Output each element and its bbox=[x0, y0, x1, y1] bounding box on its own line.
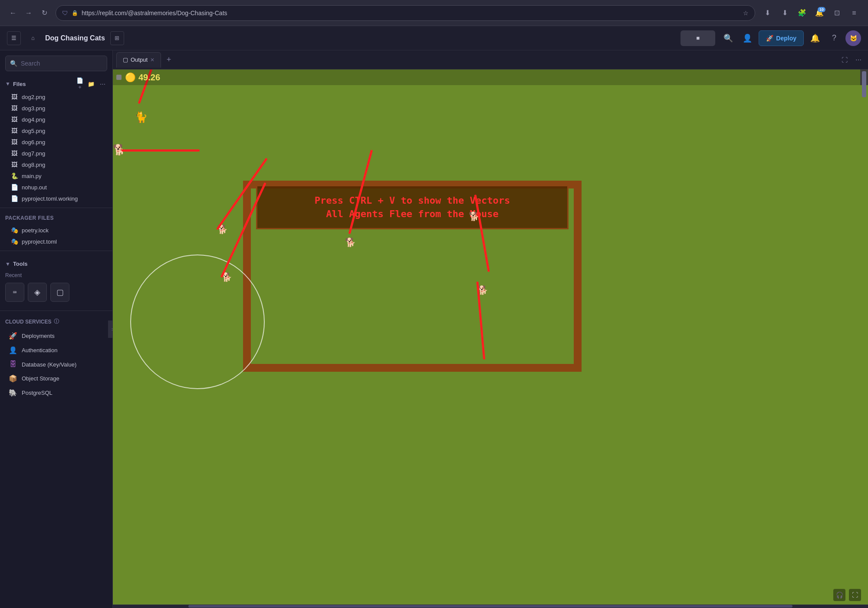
file-name: poetry.lock bbox=[22, 227, 105, 234]
list-item[interactable]: 🖼 dog4.png bbox=[2, 114, 111, 125]
recent-label: Recent bbox=[0, 270, 112, 281]
menu-button[interactable]: ≡ bbox=[847, 6, 861, 20]
app-header: ☰ ⌂ Dog Chasing Cats ⊞ ■ 🔍 👤 🚀 Deploy 🔔 … bbox=[0, 26, 868, 50]
tab-add-button[interactable]: + bbox=[163, 54, 175, 66]
postgresql-icon: 🐘 bbox=[9, 389, 17, 397]
output-tab-icon: ▢ bbox=[123, 56, 128, 63]
poetry-lock-icon: 🎭 bbox=[10, 227, 18, 234]
list-item[interactable]: 📄 pyproject.toml.working bbox=[2, 193, 111, 204]
game-message-line1: Press CTRL + V to show the Vectors bbox=[270, 195, 554, 206]
tab-close-button[interactable]: ✕ bbox=[150, 57, 155, 63]
header-right: 🔍 👤 🚀 Deploy 🔔 ? 🐱 bbox=[720, 30, 861, 46]
collab-button[interactable]: 👤 bbox=[740, 30, 755, 46]
search-placeholder: Search bbox=[21, 60, 40, 67]
file-icon: 🖼 bbox=[10, 105, 18, 112]
pocket-button[interactable]: ⬇ bbox=[760, 6, 774, 20]
deploy-label: Deploy bbox=[776, 35, 796, 42]
new-folder-button[interactable]: 📁 bbox=[86, 79, 96, 89]
list-item[interactable]: 🎭 pyproject.toml bbox=[2, 236, 111, 247]
search-box[interactable]: 🔍 Search bbox=[5, 56, 107, 71]
ai-tool-button[interactable]: ◈ bbox=[28, 283, 47, 302]
file-icon: 🖼 bbox=[10, 93, 18, 100]
sidebar-toggle-button[interactable]: ☰ bbox=[7, 31, 21, 45]
service-item-postgresql[interactable]: 🐘 PostgreSQL bbox=[2, 386, 111, 400]
layout-button[interactable]: ⊞ bbox=[110, 31, 124, 45]
browser-nav-buttons: ← → ↻ bbox=[7, 7, 50, 19]
info-icon[interactable]: ⓘ bbox=[54, 318, 59, 325]
help-button[interactable]: ? bbox=[826, 30, 842, 46]
file-name: dog7.png bbox=[22, 150, 105, 157]
game-message-line2: All Agents Flee from the Mouse bbox=[270, 208, 554, 219]
tools-title: Tools bbox=[13, 261, 28, 267]
file-name: dog8.png bbox=[22, 162, 105, 168]
forward-button[interactable]: → bbox=[23, 7, 35, 19]
object-storage-icon: 📦 bbox=[9, 374, 17, 383]
list-item[interactable]: 🖼 dog6.png bbox=[2, 136, 111, 148]
favorite-icon[interactable]: ☆ bbox=[743, 10, 749, 17]
files-section-header[interactable]: ▼ Files 📄+ 📁 ⋯ bbox=[0, 76, 112, 91]
sprite-2: 🐈 bbox=[135, 111, 148, 123]
file-icon: 🖼 bbox=[10, 139, 18, 145]
tools-chevron: ▼ bbox=[5, 261, 10, 267]
deploy-button[interactable]: 🚀 Deploy bbox=[759, 30, 804, 46]
files-actions: 📄+ 📁 ⋯ bbox=[75, 79, 107, 89]
fullscreen-button[interactable]: ⛶ bbox=[849, 589, 861, 601]
files-more-button[interactable]: ⋯ bbox=[98, 79, 107, 89]
tab-more-button[interactable]: ⋯ bbox=[852, 54, 865, 66]
service-name: Object Storage bbox=[22, 375, 59, 382]
reload-button[interactable]: ↻ bbox=[38, 7, 50, 19]
notification-button[interactable]: 🔔 10 bbox=[812, 6, 826, 20]
headphone-button[interactable]: 🎧 bbox=[833, 589, 845, 601]
file-icon: 🐍 bbox=[10, 172, 18, 179]
file-name: dog4.png bbox=[22, 116, 105, 123]
divider bbox=[0, 311, 112, 311]
sidebar: 🔍 Search ▼ Files 📄+ 📁 ⋯ 🖼 dog2.png 🖼 dog… bbox=[0, 50, 113, 608]
service-item-object-storage[interactable]: 📦 Object Storage bbox=[2, 371, 111, 386]
list-item[interactable]: 🎭 poetry.lock bbox=[2, 225, 111, 236]
list-item[interactable]: 📄 nohup.out bbox=[2, 182, 111, 193]
service-name: Database (Key/Value) bbox=[22, 361, 76, 368]
divider bbox=[0, 251, 112, 251]
pip-button[interactable]: ⊡ bbox=[830, 6, 844, 20]
tab-output[interactable]: ▢ Output ✕ bbox=[116, 52, 161, 68]
red-arrow-1 bbox=[122, 149, 200, 152]
stop-icon: ■ bbox=[696, 35, 700, 41]
home-button[interactable]: ⌂ bbox=[26, 31, 40, 45]
service-item-authentication[interactable]: 👤 Authentication bbox=[2, 343, 111, 357]
list-item[interactable]: 🖼 dog3.png bbox=[2, 102, 111, 114]
lock-icon: 🔒 bbox=[72, 10, 78, 16]
output-tool-button[interactable]: ▢ bbox=[50, 283, 69, 302]
address-bar[interactable]: 🛡 🔒 https://replit.com/@astralmemories/D… bbox=[56, 5, 755, 21]
bottom-scrollbar[interactable] bbox=[113, 605, 868, 608]
list-item[interactable]: 🖼 dog7.png bbox=[2, 148, 111, 159]
list-item[interactable]: 🖼 dog2.png bbox=[2, 91, 111, 102]
list-item[interactable]: 🐍 main.py bbox=[2, 170, 111, 182]
list-item[interactable]: 🖼 dog5.png bbox=[2, 125, 111, 136]
shell-tool-button[interactable]: ⌨ bbox=[5, 283, 24, 302]
download-button[interactable]: ⬇ bbox=[778, 6, 792, 20]
list-item[interactable]: 🖼 dog8.png bbox=[2, 159, 111, 170]
service-item-database[interactable]: 🗄 Database (Key/Value) bbox=[2, 357, 111, 371]
tab-expand-button[interactable]: ⛶ bbox=[838, 54, 851, 66]
bell-button[interactable]: 🔔 bbox=[807, 30, 823, 46]
sidebar-collapse-handle[interactable]: › bbox=[108, 321, 113, 338]
file-name: dog3.png bbox=[22, 105, 105, 112]
service-item-deployments[interactable]: 🚀 Deployments bbox=[2, 329, 111, 343]
stop-button[interactable]: ■ bbox=[681, 30, 715, 46]
avatar[interactable]: 🐱 bbox=[845, 30, 861, 46]
right-scrollbar[interactable] bbox=[860, 69, 868, 85]
game-canvas: Press CTRL + V to show the Vectors All A… bbox=[113, 85, 868, 608]
cloud-services-label: Cloud Services bbox=[5, 319, 51, 325]
search-button[interactable]: 🔍 bbox=[720, 30, 736, 46]
scrollbar-thumb bbox=[862, 71, 866, 97]
tool-buttons: ⌨ ◈ ▢ bbox=[0, 281, 112, 304]
new-file-button[interactable]: 📄+ bbox=[75, 79, 85, 89]
back-button[interactable]: ← bbox=[7, 7, 19, 19]
deploy-icon: 🚀 bbox=[766, 35, 773, 42]
sprite-5: 🐕 bbox=[345, 237, 356, 248]
output-indicator bbox=[116, 75, 122, 80]
packager-header: Packager files bbox=[0, 211, 112, 225]
extensions-button[interactable]: 🧩 bbox=[795, 6, 809, 20]
game-output: 🟡 49.26 Press CTRL + V to show the Vecto… bbox=[113, 69, 868, 608]
tools-header[interactable]: ▼ Tools bbox=[0, 258, 112, 270]
